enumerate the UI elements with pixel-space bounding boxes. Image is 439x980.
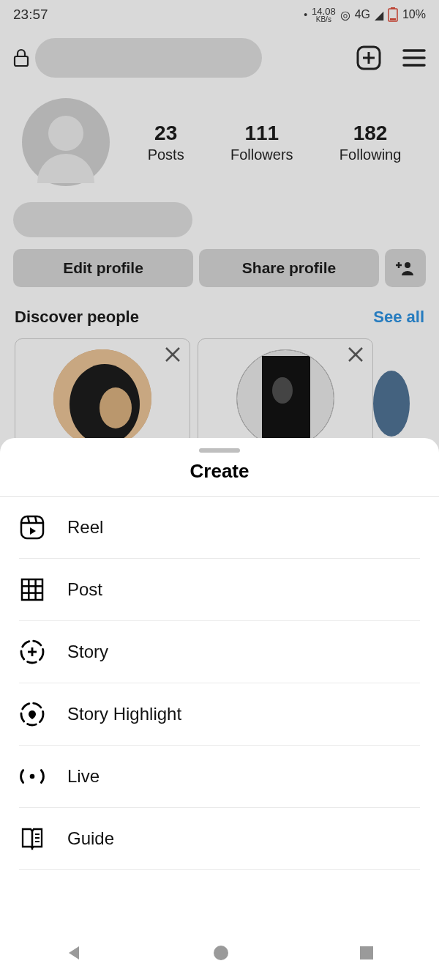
svg-rect-2 xyxy=(390,18,396,21)
sheet-item-label: Live xyxy=(67,766,100,787)
live-icon xyxy=(19,763,45,790)
menu-icon[interactable] xyxy=(402,48,426,68)
battery-icon xyxy=(388,7,398,22)
reel-icon xyxy=(19,514,45,541)
story-icon xyxy=(19,639,45,665)
svg-rect-41 xyxy=(360,946,373,959)
svg-point-22 xyxy=(272,377,293,404)
suggestion-avatar xyxy=(53,349,151,448)
highlight-icon xyxy=(19,701,45,727)
see-all-link[interactable]: See all xyxy=(373,308,424,327)
username-redacted xyxy=(35,38,262,78)
close-icon[interactable] xyxy=(165,346,181,363)
battery-pct: 10% xyxy=(402,8,426,21)
guide-icon xyxy=(19,825,45,852)
sheet-item-label: Guide xyxy=(67,828,114,849)
suggestion-avatar xyxy=(373,371,410,437)
status-time: 23:57 xyxy=(13,7,48,23)
sheet-handle[interactable] xyxy=(199,448,240,453)
recents-button[interactable] xyxy=(359,945,375,964)
signal-icon: ◢ xyxy=(375,8,383,22)
close-icon[interactable] xyxy=(348,346,364,363)
status-right: • 14.08KB/s ◎ 4G ◢ 10% xyxy=(304,7,426,23)
svg-rect-3 xyxy=(15,56,28,66)
create-sheet: Create Reel Post Story Story Highlight xyxy=(0,438,439,980)
svg-line-26 xyxy=(35,516,37,523)
suggestion-avatar xyxy=(236,349,334,448)
add-user-icon xyxy=(396,261,415,275)
svg-rect-23 xyxy=(21,516,43,538)
discover-title: Discover people xyxy=(15,308,139,327)
svg-line-25 xyxy=(28,516,29,523)
sheet-item-label: Post xyxy=(67,579,102,600)
edit-profile-button[interactable]: Edit profile xyxy=(13,249,193,287)
grid-icon xyxy=(19,576,45,603)
create-reel-item[interactable]: Reel xyxy=(19,497,420,559)
create-story-item[interactable]: Story xyxy=(19,621,420,683)
home-button[interactable] xyxy=(212,944,230,965)
share-profile-button[interactable]: Share profile xyxy=(199,249,379,287)
svg-point-40 xyxy=(214,946,228,960)
status-bar: 23:57 • 14.08KB/s ◎ 4G ◢ 10% xyxy=(0,0,439,29)
create-icon[interactable] xyxy=(356,45,382,71)
svg-rect-27 xyxy=(22,579,42,600)
display-name-redacted xyxy=(13,202,192,237)
lock-icon xyxy=(13,48,29,67)
create-live-item[interactable]: Live xyxy=(19,746,420,808)
stat-followers[interactable]: 111 Followers xyxy=(230,122,293,163)
sheet-item-label: Story xyxy=(67,642,108,662)
create-guide-item[interactable]: Guide xyxy=(19,808,420,870)
system-nav-bar xyxy=(0,929,439,980)
sheet-title: Create xyxy=(0,460,439,497)
create-highlight-item[interactable]: Story Highlight xyxy=(19,683,420,746)
sheet-item-label: Reel xyxy=(67,517,103,538)
svg-point-10 xyxy=(405,262,410,268)
svg-point-17 xyxy=(100,387,132,428)
back-button[interactable] xyxy=(64,943,83,965)
sheet-item-label: Story Highlight xyxy=(67,704,181,724)
create-post-item[interactable]: Post xyxy=(19,559,420,621)
svg-point-36 xyxy=(30,774,35,779)
svg-rect-1 xyxy=(391,7,395,9)
discover-people-button[interactable] xyxy=(385,249,426,287)
stat-following[interactable]: 182 Following xyxy=(339,122,401,163)
avatar[interactable] xyxy=(22,98,110,186)
network-label: 4G xyxy=(355,8,370,21)
wifi-icon: ◎ xyxy=(340,8,350,22)
stat-posts[interactable]: 23 Posts xyxy=(148,122,184,163)
